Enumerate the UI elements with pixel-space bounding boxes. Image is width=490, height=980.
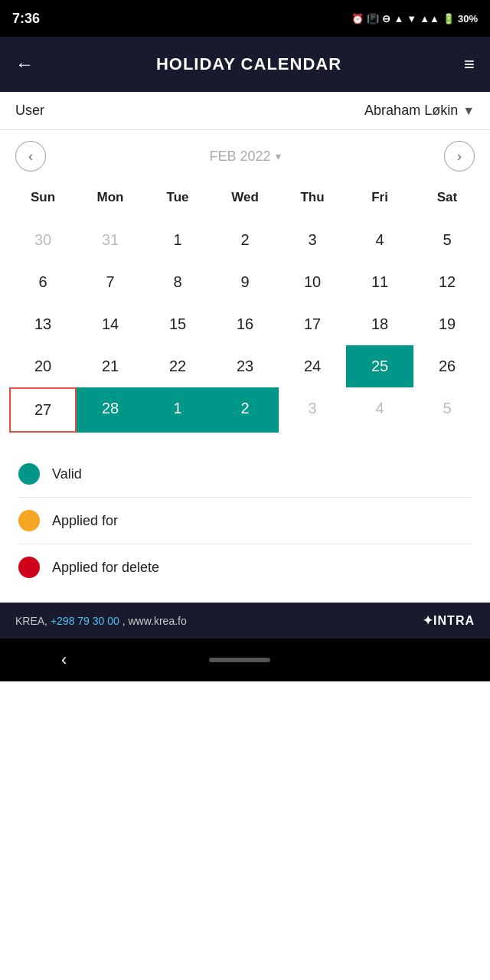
calendar-day[interactable]: 3: [279, 387, 346, 433]
user-label: User: [15, 103, 44, 119]
calendar-day[interactable]: 13: [9, 303, 77, 345]
network-icon: ▲▲: [420, 13, 439, 24]
page-title: HOLIDAY CALENDAR: [156, 54, 341, 74]
next-month-button[interactable]: ›: [444, 141, 475, 172]
user-name: Abraham Løkin: [364, 103, 458, 119]
vibrate-icon: 📳: [367, 13, 379, 24]
user-selector[interactable]: Abraham Løkin ▼: [364, 103, 475, 119]
calendar-day[interactable]: 4: [346, 219, 413, 261]
calendar-day[interactable]: 1: [144, 387, 211, 433]
calendar-day[interactable]: 28: [77, 387, 144, 433]
day-header-tue: Tue: [144, 182, 211, 213]
calendar-nav: ‹ FEB 2022 ▾ ›: [0, 130, 490, 182]
calendar-day[interactable]: 25: [346, 345, 413, 387]
calendar-day[interactable]: 1: [144, 219, 211, 261]
day-header-wed: Wed: [211, 182, 279, 213]
month-year-label: FEB 2022: [209, 149, 270, 165]
calendar-day[interactable]: 17: [279, 303, 346, 345]
legend-applied-delete: Applied for delete: [18, 544, 472, 590]
battery-percent: 30%: [458, 13, 478, 24]
applied-dot: [18, 510, 40, 531]
system-back-button[interactable]: ‹: [61, 650, 67, 670]
home-indicator[interactable]: [209, 658, 270, 662]
calendar-day[interactable]: 7: [77, 261, 144, 303]
user-row: User Abraham Løkin ▼: [0, 92, 490, 130]
legend-valid: Valid: [18, 451, 472, 498]
applied-delete-label: Applied for delete: [52, 560, 159, 576]
dnd-icon: ⊖: [382, 13, 390, 24]
applied-label: Applied for: [52, 513, 118, 529]
calendar-day[interactable]: 14: [77, 303, 144, 345]
calendar-day[interactable]: 5: [413, 219, 481, 261]
wifi-icon: ▼: [407, 13, 416, 24]
calendar-day[interactable]: 26: [413, 345, 481, 387]
valid-label: Valid: [52, 466, 82, 482]
calendar-day[interactable]: 6: [9, 261, 77, 303]
status-time: 7:36: [12, 11, 40, 27]
calendar-day[interactable]: 8: [144, 261, 211, 303]
calendar-day[interactable]: 12: [413, 261, 481, 303]
signal-icon: ▲: [394, 13, 403, 24]
calendar-day[interactable]: 16: [211, 303, 279, 345]
app-header: ← HOLIDAY CALENDAR ≡: [0, 37, 490, 92]
calendar-day[interactable]: 9: [211, 261, 279, 303]
calendar-day[interactable]: 30: [9, 219, 77, 261]
calendar-day[interactable]: 5: [413, 387, 481, 433]
bottom-nav-bar: ‹: [0, 639, 490, 681]
app-footer: KREA, +298 79 30 00 , www.krea.fo ✦INTRA: [0, 603, 490, 639]
battery-icon: 🔋: [443, 13, 455, 24]
applied-delete-dot: [18, 557, 40, 578]
day-header-sat: Sat: [413, 182, 481, 213]
legend-applied: Applied for: [18, 498, 472, 544]
footer-company: KREA,: [15, 615, 51, 627]
calendar-day[interactable]: 24: [279, 345, 346, 387]
day-header-sun: Sun: [9, 182, 77, 213]
calendar-day[interactable]: 3: [279, 219, 346, 261]
calendar-day[interactable]: 10: [279, 261, 346, 303]
calendar-day[interactable]: 4: [346, 387, 413, 433]
footer-text: KREA, +298 79 30 00 , www.krea.fo: [15, 615, 187, 627]
back-button[interactable]: ←: [15, 54, 34, 75]
day-header-mon: Mon: [77, 182, 144, 213]
calendar-day[interactable]: 22: [144, 345, 211, 387]
status-icons: ⏰ 📳 ⊖ ▲ ▼ ▲▲ 🔋 30%: [351, 13, 478, 24]
menu-button[interactable]: ≡: [464, 54, 475, 75]
calendar-day[interactable]: 2: [211, 219, 279, 261]
month-selector[interactable]: FEB 2022 ▾: [209, 149, 280, 165]
status-bar: 7:36 ⏰ 📳 ⊖ ▲ ▼ ▲▲ 🔋 30%: [0, 0, 490, 37]
calendar-day[interactable]: 15: [144, 303, 211, 345]
calendar-day[interactable]: 20: [9, 345, 77, 387]
legend: Valid Applied for Applied for delete: [0, 433, 490, 603]
calendar-day[interactable]: 23: [211, 345, 279, 387]
calendar-day[interactable]: 18: [346, 303, 413, 345]
month-dropdown-arrow: ▾: [276, 150, 281, 162]
calendar-day[interactable]: 31: [77, 219, 144, 261]
alarm-icon: ⏰: [351, 13, 364, 24]
calendar-day[interactable]: 11: [346, 261, 413, 303]
calendar-grid: Sun Mon Tue Wed Thu Fri Sat 303112345678…: [0, 182, 490, 433]
prev-month-button[interactable]: ‹: [15, 141, 46, 172]
calendar-cells: 3031123456789101112131415161718192021222…: [9, 219, 481, 433]
day-header-fri: Fri: [346, 182, 413, 213]
calendar-day[interactable]: 27: [9, 387, 77, 433]
calendar-day[interactable]: 21: [77, 345, 144, 387]
day-header-thu: Thu: [279, 182, 346, 213]
valid-dot: [18, 463, 40, 485]
footer-brand: ✦INTRA: [423, 613, 475, 628]
footer-phone[interactable]: +298 79 30 00: [51, 615, 119, 627]
user-dropdown-arrow: ▼: [462, 104, 475, 118]
day-headers: Sun Mon Tue Wed Thu Fri Sat: [9, 182, 481, 213]
calendar-day[interactable]: 19: [413, 303, 481, 345]
footer-url: , www.krea.fo: [122, 615, 187, 627]
calendar-day[interactable]: 2: [211, 387, 279, 433]
